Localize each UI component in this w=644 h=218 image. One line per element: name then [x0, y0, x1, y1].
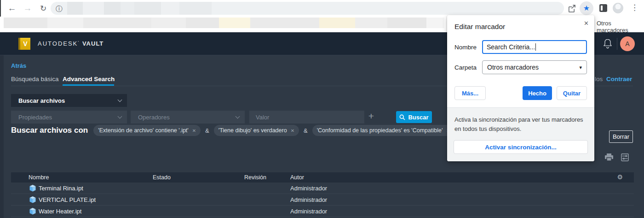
- sync-message: Activa la sincronización para ver tus ma…: [454, 115, 588, 134]
- name-label: Nombre: [454, 44, 482, 51]
- chip-remove-icon[interactable]: ✕: [192, 128, 196, 133]
- forward-icon[interactable]: →: [21, 2, 34, 15]
- browser-toolbar: ← → ↻ ⓘ ★ ⋮: [0, 0, 644, 17]
- bookmark-star-button[interactable]: ★: [580, 1, 593, 15]
- address-redacted-block[interactable]: [104, 2, 121, 15]
- close-icon[interactable]: ✕: [584, 20, 589, 27]
- text-cursor: [535, 43, 536, 51]
- properties-select[interactable]: Propiedades: [11, 111, 127, 124]
- file-author: Administrador: [290, 208, 327, 215]
- part-file-cube-icon: [29, 185, 36, 193]
- print-icon[interactable]: [604, 153, 614, 163]
- done-button[interactable]: Hecho: [523, 86, 552, 100]
- chip-text: 'Extensión de archivo' contiene '.ipt': [98, 127, 188, 134]
- browser-profile-avatar[interactable]: [613, 3, 623, 13]
- chevron-down-icon: [118, 114, 122, 118]
- chip-remove-icon[interactable]: ✕: [291, 128, 294, 133]
- redacted-bookmark[interactable]: [387, 18, 426, 28]
- redacted-bookmark[interactable]: [83, 18, 151, 28]
- tab-basic-search[interactable]: Búsqueda básica: [11, 76, 59, 82]
- magnifier-icon: [399, 114, 405, 120]
- address-redacted-block[interactable]: [67, 2, 83, 15]
- folder-label: Carpeta: [454, 64, 482, 71]
- column-header-revision[interactable]: Revisión: [244, 174, 266, 181]
- column-header-estado[interactable]: Estado: [153, 174, 171, 181]
- address-bar[interactable]: ⓘ: [51, 2, 564, 15]
- redacted-bookmark[interactable]: [47, 18, 83, 28]
- filter-chip[interactable]: 'Conformidad de las propiedades' es 'Com…: [312, 125, 455, 136]
- bookmark-name-input[interactable]: Search Criteria...: [482, 40, 587, 54]
- chip-text: 'Tiene dibujo' es verdadero: [218, 127, 287, 134]
- table-row[interactable]: Water Heater.ipt Administrador: [11, 206, 634, 217]
- part-file-cube-icon: [29, 208, 36, 216]
- address-redacted-block[interactable]: [134, 2, 161, 15]
- add-criterion-icon[interactable]: +: [366, 110, 377, 123]
- redacted-bookmark[interactable]: [219, 18, 250, 28]
- file-author: Administrador: [290, 196, 327, 203]
- notifications-bell-icon[interactable]: [603, 38, 613, 49]
- bookmark-folder-select[interactable]: Otros marcadores ▾: [482, 60, 587, 74]
- bookmarks-redacted: [4, 18, 444, 28]
- search-button-label: Buscar: [408, 114, 428, 121]
- vault-logo-icon[interactable]: V: [18, 38, 30, 50]
- header-divider: [617, 38, 617, 50]
- address-redacted-text: [67, 2, 212, 15]
- activate-sync-button[interactable]: Activar sincronización...: [454, 140, 588, 154]
- more-button[interactable]: Más...: [454, 86, 486, 100]
- trademark: ’: [78, 40, 80, 45]
- redacted-bookmark[interactable]: [151, 18, 186, 28]
- address-redacted-block[interactable]: [121, 2, 134, 15]
- remove-button[interactable]: Quitar: [557, 86, 587, 100]
- column-header-autor[interactable]: Autor: [290, 174, 304, 181]
- filter-chip[interactable]: 'Tiene dibujo' es verdadero ✕: [214, 125, 299, 136]
- file-name[interactable]: Water Heater.ipt: [39, 208, 81, 215]
- side-panel-icon[interactable]: [599, 4, 607, 12]
- browser-menu-icon[interactable]: ⋮: [631, 3, 638, 12]
- operators-placeholder: Operadores: [138, 114, 170, 121]
- caret-down-icon: ▾: [579, 65, 582, 71]
- table-header: Nombre Estado Revisión Autor ⚙: [11, 172, 634, 183]
- redacted-bookmark[interactable]: [426, 18, 444, 28]
- address-redacted-block[interactable]: [161, 2, 179, 15]
- redacted-bookmark[interactable]: [4, 18, 47, 28]
- redacted-bookmark[interactable]: [319, 18, 355, 28]
- column-settings-gear-icon[interactable]: ⚙: [617, 173, 623, 181]
- clear-button[interactable]: Borrar: [609, 130, 633, 143]
- file-name[interactable]: VERTICAL PLATE.ipt: [39, 196, 96, 203]
- criteria-row: Buscar archivos con 'Extensión de archiv…: [11, 124, 455, 136]
- search-button[interactable]: Buscar: [396, 111, 432, 123]
- vault-user-avatar[interactable]: A: [620, 36, 635, 51]
- export-settings-icon[interactable]: [621, 153, 629, 163]
- back-icon[interactable]: ←: [6, 2, 18, 15]
- column-header-nombre[interactable]: Nombre: [29, 174, 49, 181]
- chip-text: 'Conformidad de las propiedades' es 'Com…: [317, 127, 443, 134]
- address-redacted-block[interactable]: [83, 2, 104, 15]
- reload-icon[interactable]: ↻: [37, 2, 50, 15]
- address-redacted-block[interactable]: [179, 2, 212, 15]
- site-info-icon[interactable]: ⓘ: [56, 5, 63, 12]
- search-entity-select[interactable]: Buscar archivos: [11, 94, 127, 107]
- redacted-bookmark[interactable]: [186, 18, 219, 28]
- redacted-bookmark[interactable]: [250, 18, 319, 28]
- folder-selected-value: Otros marcadores: [487, 64, 539, 71]
- properties-placeholder: Propiedades: [18, 114, 52, 121]
- filter-chip[interactable]: 'Extensión de archivo' contiene '.ipt' ✕: [93, 125, 201, 136]
- bookmark-name-value: Search Criteria...: [487, 43, 535, 51]
- redacted-bookmark[interactable]: [355, 18, 387, 28]
- back-link[interactable]: Atrás: [11, 62, 26, 69]
- file-name[interactable]: Terminal Rina.ipt: [39, 185, 83, 192]
- operators-select[interactable]: Operadores: [131, 111, 245, 124]
- share-icon[interactable]: [565, 2, 578, 15]
- table-row[interactable]: Terminal Rina.ipt Administrador: [11, 183, 634, 194]
- search-entity-value: Buscar archivos: [18, 97, 65, 104]
- dialog-title: Editar marcador: [454, 23, 587, 31]
- criteria-label: Buscar archivos con: [11, 126, 88, 135]
- file-author: Administrador: [290, 185, 327, 192]
- value-input[interactable]: [249, 111, 364, 124]
- table-row[interactable]: VERTICAL PLATE.ipt Administrador: [11, 194, 634, 206]
- product-name: VAULT: [82, 40, 104, 47]
- other-bookmarks-label[interactable]: Otros marcadores: [597, 20, 644, 34]
- collapse-link[interactable]: Contraer: [606, 76, 632, 82]
- tab-advanced-search[interactable]: Advanced Search: [63, 76, 115, 82]
- edit-bookmark-dialog: ✕ Editar marcador Nombre Search Criteria…: [447, 15, 594, 161]
